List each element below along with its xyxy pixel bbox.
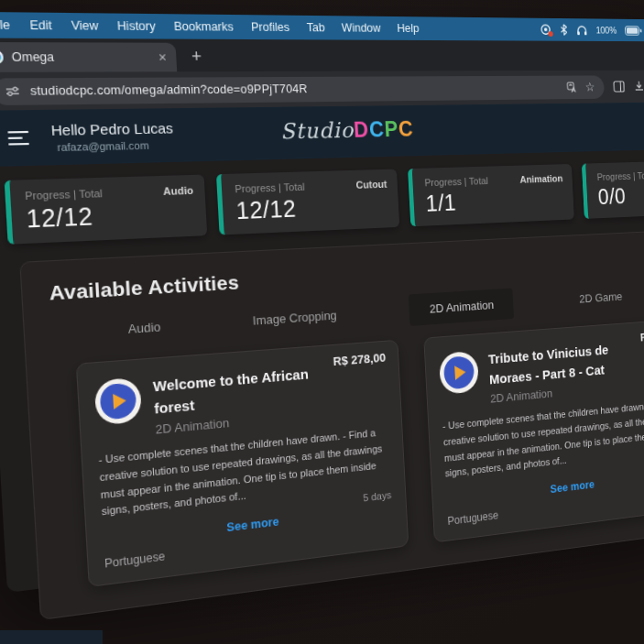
- menu-window[interactable]: Window: [342, 21, 381, 34]
- user-email: rafaza@gmail.com: [57, 139, 174, 153]
- tab-strip: Omega × +: [0, 38, 644, 71]
- hamburger-menu-icon[interactable]: [7, 131, 29, 146]
- menu-bar: File Edit View History Bookmarks Profile…: [0, 12, 644, 41]
- desktop: { "colors": { "menubar_blue": "#1f5e8d",…: [0, 0, 644, 644]
- menu-help[interactable]: Help: [397, 22, 420, 35]
- bookmark-star-icon[interactable]: ☆: [584, 81, 595, 93]
- logo-letter-c2: C: [398, 117, 414, 141]
- battery-percentage: 100%: [595, 25, 617, 35]
- greeting-text: Hello Pedro Lucas: [50, 120, 173, 138]
- progress-value: 12/12: [26, 199, 193, 234]
- tab-image-cropping[interactable]: Image Cropping: [239, 300, 350, 337]
- site-controls-icon[interactable]: [5, 85, 20, 97]
- url-text[interactable]: studiodcpc.com/omega/admin?code=o9PPjT70…: [30, 81, 560, 98]
- activity-card-african-forest[interactable]: R$ 278,00 Welcome to the African forest …: [76, 340, 409, 588]
- logo-letter-d: D: [353, 118, 369, 142]
- progress-label: Progress | Total: [596, 168, 644, 182]
- progress-card-animation: Progress | Total 1/1 Animation: [408, 164, 574, 226]
- progress-card-audio: Progress | Total 12/12 Audio: [5, 175, 208, 245]
- bluetooth-icon[interactable]: [560, 24, 568, 36]
- screen-recording-icon[interactable]: [540, 24, 551, 36]
- activity-cards-row: R$ 278,00 Welcome to the African forest …: [53, 316, 644, 590]
- side-panel-icon[interactable]: [613, 81, 625, 93]
- browser-window: File Edit View History Bookmarks Profile…: [0, 12, 644, 593]
- menu-view[interactable]: View: [71, 19, 98, 33]
- tab-2d-animation[interactable]: 2D Animation: [409, 288, 515, 326]
- address-bar[interactable]: studiodcpc.com/omega/admin?code=o9PPjT70…: [0, 75, 605, 105]
- menu-edit[interactable]: Edit: [29, 18, 52, 32]
- background-window-sliver: [0, 630, 103, 644]
- menu-profiles[interactable]: Profiles: [251, 20, 290, 34]
- downloads-icon[interactable]: [634, 81, 644, 93]
- progress-value: 12/12: [235, 192, 387, 225]
- tab-close-icon[interactable]: ×: [158, 50, 168, 64]
- activity-card-vinicius-moraes[interactable]: R$ 278,00 Tribute to Vinicius de Moraes …: [423, 318, 644, 543]
- progress-category: Animation: [519, 173, 562, 185]
- user-greeting: Hello Pedro Lucas rafaza@gmail.com: [50, 120, 174, 154]
- site-favicon: [0, 50, 4, 64]
- menubar-status-area: 100%: [540, 24, 641, 37]
- logo-letter-c1: C: [368, 118, 385, 142]
- logo-studio-text: Studio: [279, 118, 354, 144]
- play-video-icon: [439, 351, 479, 395]
- logo-letter-p: P: [384, 117, 399, 141]
- page-content: Progress | Total 12/12 Audio Progress | …: [0, 149, 644, 624]
- progress-value: 0/0: [597, 180, 644, 210]
- studio-dcpc-logo: StudioDCPC: [279, 117, 414, 145]
- translate-icon[interactable]: [567, 82, 578, 93]
- menu-file[interactable]: File: [0, 18, 10, 33]
- headphones-icon[interactable]: [576, 24, 588, 35]
- progress-category: Audio: [163, 184, 193, 197]
- available-activities-panel: Available Activities Audio Image Croppin…: [19, 227, 644, 620]
- play-video-icon: [94, 377, 143, 426]
- activity-price: R$ 278,00: [640, 328, 644, 344]
- progress-category: Cutout: [355, 179, 387, 191]
- tab-title: Omega: [11, 50, 151, 64]
- tab-audio[interactable]: Audio: [114, 311, 175, 346]
- menu-tab[interactable]: Tab: [306, 21, 325, 34]
- progress-card-4: Progress | Total 0/0: [582, 159, 644, 219]
- tab-2d-game[interactable]: 2D Game: [568, 281, 634, 314]
- menu-bookmarks[interactable]: Bookmarks: [174, 20, 235, 34]
- progress-value: 1/1: [425, 186, 562, 217]
- progress-cards-row: Progress | Total 12/12 Audio Progress | …: [0, 161, 644, 246]
- new-tab-button[interactable]: +: [191, 48, 202, 65]
- progress-card-cutout: Progress | Total 12/12 Cutout: [216, 169, 399, 235]
- recording-indicator-dot: [548, 31, 552, 37]
- menu-history[interactable]: History: [117, 19, 157, 33]
- battery-icon[interactable]: [625, 26, 642, 35]
- tab-omega[interactable]: Omega ×: [0, 42, 177, 72]
